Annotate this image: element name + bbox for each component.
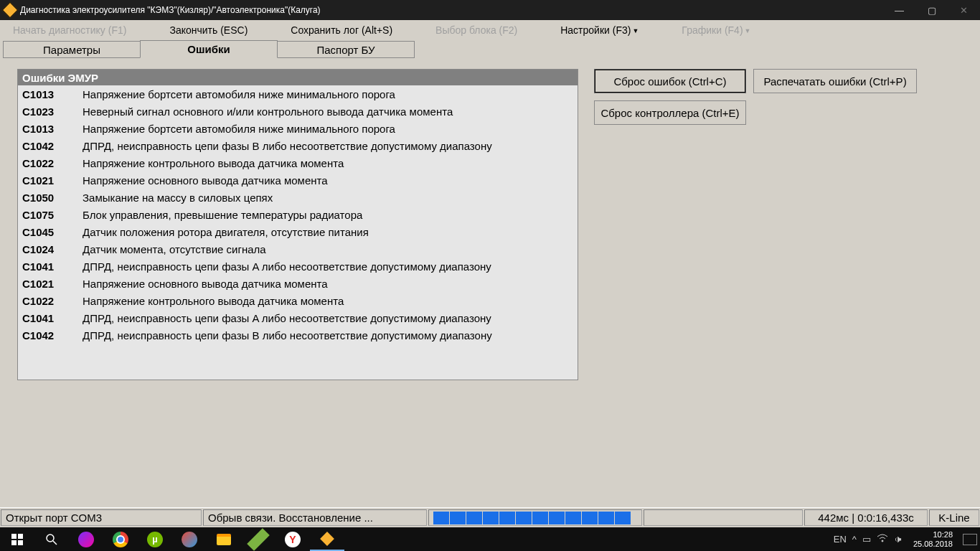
error-row[interactable]: C1075Блок управления, превышение темпера… xyxy=(18,206,578,223)
error-code: C1042 xyxy=(18,140,83,152)
error-code: C1013 xyxy=(18,88,83,100)
close-button[interactable]: ✕ xyxy=(948,0,980,20)
error-code: C1021 xyxy=(18,278,83,290)
clear-errors-button[interactable]: Сброс ошибок (Ctrl+C) xyxy=(594,69,746,93)
button-panel: Сброс ошибок (Ctrl+C) Распечатать ошибки… xyxy=(594,69,966,125)
error-row[interactable]: C1021Напряжение основного вывода датчика… xyxy=(18,275,578,292)
error-row[interactable]: C1022Напряжение контрольного вывода датч… xyxy=(18,292,578,309)
error-code: C1045 xyxy=(18,226,83,238)
error-code: C1013 xyxy=(18,123,83,135)
titlebar: Диагностика электроусилителя "КЭМЗ"(Кизл… xyxy=(0,0,980,20)
error-row[interactable]: C1041ДПРД, неисправность цепи фазы A либ… xyxy=(18,309,578,326)
explorer-icon[interactable] xyxy=(207,527,241,551)
tab-parameters[interactable]: Параметры xyxy=(3,41,141,58)
diagnostic-app-icon[interactable] xyxy=(310,527,344,551)
error-description: ДПРД, неисправность цепи фазы B либо нес… xyxy=(83,329,578,342)
error-table: C1013Напряжение бортсети автомобиля ниже… xyxy=(18,85,578,344)
action-center-icon[interactable] xyxy=(963,534,977,545)
error-row[interactable]: C1013Напряжение бортсети автомобиля ниже… xyxy=(18,85,578,103)
minimize-button[interactable]: — xyxy=(883,0,915,20)
app-icon xyxy=(2,2,19,19)
ccleaner-icon[interactable] xyxy=(172,527,207,551)
sims-icon[interactable] xyxy=(241,527,275,551)
error-list-header: Ошибки ЭМУР xyxy=(18,70,578,85)
error-description: Напряжение бортсети автомобиля ниже мини… xyxy=(83,123,578,135)
error-description: Датчик момента, отсутствие сигнала xyxy=(83,243,578,255)
chevron-down-icon: ▼ xyxy=(745,27,751,34)
error-description: Датчик положения ротора двигателя, отсут… xyxy=(83,226,578,238)
status-port: Открыт порт COM3 xyxy=(1,509,202,526)
error-code: C1041 xyxy=(18,312,83,324)
svg-point-6 xyxy=(882,540,883,542)
error-description: Неверный сигнал основного и/или контроль… xyxy=(83,105,578,118)
system-tray: EN ^ ▭ 🕩 10:2825.08.2018 xyxy=(834,530,980,548)
error-row[interactable]: C1042ДПРД, неисправность цепи фазы B либ… xyxy=(18,137,578,154)
svg-point-4 xyxy=(47,534,54,542)
error-description: ДПРД, неисправность цепи фазы B либо нес… xyxy=(83,140,578,152)
error-code: C1050 xyxy=(18,192,83,204)
svg-rect-3 xyxy=(18,540,23,545)
error-list-box: Ошибки ЭМУР C1013Напряжение бортсети авт… xyxy=(17,69,578,380)
svg-rect-1 xyxy=(18,534,23,539)
menu-finish[interactable]: Закончить (ESC) xyxy=(169,24,248,36)
content-area: Ошибки ЭМУР C1013Напряжение бортсети авт… xyxy=(0,58,980,507)
print-errors-button[interactable]: Распечатать ошибки (Ctrl+P) xyxy=(753,69,917,93)
error-description: Напряжение контрольного вывода датчика м… xyxy=(83,157,578,169)
tray-clock[interactable]: 10:2825.08.2018 xyxy=(909,530,957,548)
error-description: Напряжение основного вывода датчика моме… xyxy=(83,278,578,290)
tab-passport[interactable]: Паспорт БУ xyxy=(277,41,415,58)
volume-icon[interactable]: 🕩 xyxy=(894,534,903,545)
menubar: Начать диагностику (F1) Закончить (ESC) … xyxy=(0,20,980,40)
error-description: Напряжение контрольного вывода датчика м… xyxy=(83,295,578,307)
menu-save-log[interactable]: Сохранить лог (Alt+S) xyxy=(291,24,392,36)
start-button[interactable] xyxy=(0,527,34,551)
error-code: C1022 xyxy=(18,295,83,307)
maximize-button[interactable]: ▢ xyxy=(915,0,948,20)
svg-line-5 xyxy=(53,541,57,545)
error-row[interactable]: C1024Датчик момента, отсутствие сигнала xyxy=(18,240,578,258)
yandex-icon[interactable]: Y xyxy=(275,527,310,551)
wifi-icon[interactable] xyxy=(877,534,888,545)
tabstrip: Параметры Ошибки Паспорт БУ xyxy=(0,40,980,58)
tray-language[interactable]: EN xyxy=(834,534,847,545)
menu-charts: Графики (F4)▼ xyxy=(682,24,750,36)
tray-up-icon[interactable]: ^ xyxy=(852,534,857,545)
error-description: Напряжение бортсети автомобиля ниже мини… xyxy=(83,88,578,100)
error-row[interactable]: C1041ДПРД, неисправность цепи фазы A либ… xyxy=(18,258,578,275)
error-code: C1023 xyxy=(18,105,83,118)
error-description: ДПРД, неисправность цепи фазы A либо нес… xyxy=(83,260,578,273)
status-connection: Обрыв связи. Восстановление ... xyxy=(203,509,427,526)
battery-icon[interactable]: ▭ xyxy=(862,534,871,545)
error-description: Замыкание на массу в силовых цепях xyxy=(83,192,578,204)
window-title: Диагностика электроусилителя "КЭМЗ"(Кизл… xyxy=(20,5,321,15)
status-bar: Открыт порт COM3 Обрыв связи. Восстановл… xyxy=(0,507,980,527)
error-code: C1021 xyxy=(18,174,83,187)
svg-rect-2 xyxy=(11,540,17,545)
error-description: Блок управления, превышение температуры … xyxy=(83,209,578,221)
menu-select-block: Выбор блока (F2) xyxy=(435,24,517,36)
status-protocol: K-Line xyxy=(929,509,979,526)
clear-controller-button[interactable]: Сброс контроллера (Ctrl+E) xyxy=(594,100,746,125)
chevron-down-icon: ▼ xyxy=(632,27,639,34)
error-description: ДПРД, неисправность цепи фазы A либо нес… xyxy=(83,312,578,324)
cortana-icon[interactable] xyxy=(69,527,103,551)
error-row[interactable]: C1050Замыкание на массу в силовых цепях xyxy=(18,189,578,206)
error-row[interactable]: C1013Напряжение бортсети автомобиля ниже… xyxy=(18,120,578,137)
error-row[interactable]: C1022Напряжение контрольного вывода датч… xyxy=(18,154,578,171)
error-code: C1022 xyxy=(18,157,83,169)
menu-settings[interactable]: Настройки (F3)▼ xyxy=(560,24,639,36)
utorrent-icon[interactable]: µ xyxy=(138,527,172,551)
chrome-icon[interactable] xyxy=(103,527,138,551)
error-description: Напряжение основного вывода датчика моме… xyxy=(83,174,578,187)
error-row[interactable]: C1045Датчик положения ротора двигателя, … xyxy=(18,223,578,240)
status-timing: 442мс | 0:0:16,433с xyxy=(804,509,928,526)
taskbar: µ Y EN ^ ▭ 🕩 10:2825.08.2018 xyxy=(0,527,980,551)
svg-rect-0 xyxy=(11,534,17,539)
error-row[interactable]: C1042ДПРД, неисправность цепи фазы B либ… xyxy=(18,326,578,344)
search-icon[interactable] xyxy=(34,527,69,551)
error-row[interactable]: C1023Неверный сигнал основного и/или кон… xyxy=(18,103,578,120)
error-code: C1075 xyxy=(18,209,83,221)
tab-errors[interactable]: Ошибки xyxy=(140,40,278,58)
error-row[interactable]: C1021Напряжение основного вывода датчика… xyxy=(18,171,578,189)
menu-start-diagnostic: Начать диагностику (F1) xyxy=(13,24,126,36)
